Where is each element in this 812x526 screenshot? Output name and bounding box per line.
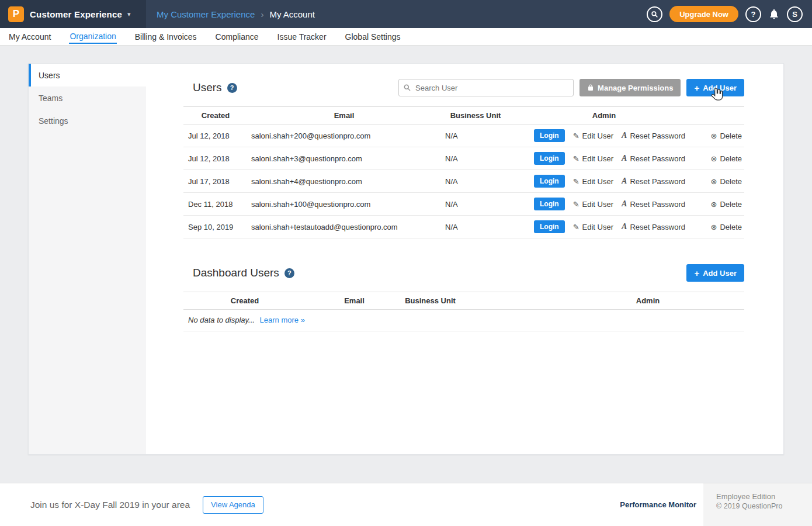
edit-icon: ✎ <box>573 223 579 231</box>
topbar-actions: Upgrade Now ? S <box>647 6 812 22</box>
delete-icon: ⊗ <box>711 132 717 140</box>
sidebar-item-teams[interactable]: Teams <box>29 86 146 109</box>
email-cell: saloni.shah+100@questionpro.com <box>248 200 440 209</box>
edit-user-link[interactable]: ✎Edit User <box>573 177 613 186</box>
tab-billing-invoices[interactable]: Billing & Invoices <box>134 30 197 43</box>
add-user-button[interactable]: + Add User <box>686 79 744 96</box>
sidebar-item-users[interactable]: Users <box>29 64 146 86</box>
users-title: Users <box>193 81 222 94</box>
no-data-text: No data to display... <box>188 316 255 324</box>
manage-permissions-button[interactable]: Manage Permissions <box>579 79 681 96</box>
edit-user-link[interactable]: ✎Edit User <box>573 154 613 163</box>
admin-cell: Login✎Edit UserAReset Password <box>511 129 698 142</box>
users-panel: Users ? Manage Permissions + Add User <box>146 64 783 454</box>
notifications-bell-icon[interactable] <box>768 8 780 20</box>
search-user-input[interactable] <box>398 79 574 96</box>
breadcrumb-parent-link[interactable]: My Customer Experience <box>157 9 255 19</box>
reset-password-icon: A <box>622 199 627 209</box>
tab-my-account[interactable]: My Account <box>8 30 51 43</box>
edit-user-link[interactable]: ✎Edit User <box>573 200 613 209</box>
delete-icon: ⊗ <box>711 223 717 231</box>
delete-cell: ⊗Delete <box>698 154 744 163</box>
reset-password-icon: A <box>622 177 627 186</box>
table-row: Jul 17, 2018saloni.shah+4@questionpro.co… <box>183 170 744 193</box>
edit-user-link[interactable]: ✎Edit User <box>573 223 613 231</box>
performance-monitor-link[interactable]: Performance Monitor <box>620 500 696 509</box>
col-created: Created <box>183 111 248 120</box>
delete-link[interactable]: ⊗Delete <box>711 177 742 186</box>
business-unit-cell: N/A <box>440 132 511 140</box>
upgrade-now-button[interactable]: Upgrade Now <box>669 6 738 22</box>
table-row: Dec 11, 2018saloni.shah+100@questionpro.… <box>183 193 744 216</box>
col-email: Email <box>248 111 440 120</box>
reset-password-icon: A <box>622 154 627 163</box>
users-help-icon[interactable]: ? <box>227 83 237 93</box>
created-cell: Dec 11, 2018 <box>183 200 248 209</box>
reset-password-link[interactable]: AReset Password <box>622 199 685 209</box>
topbar: P Customer Experience ▾ My Customer Expe… <box>0 0 812 28</box>
user-search <box>398 79 574 96</box>
email-cell: saloni.shah+4@questionpro.com <box>248 177 440 186</box>
login-button[interactable]: Login <box>534 175 565 188</box>
footer-promo: Join us for X-Day Fall 2019 in your area… <box>0 496 263 514</box>
dashboard-users-toolbar: + Add User <box>686 264 744 282</box>
edit-user-link[interactable]: ✎Edit User <box>573 132 613 140</box>
login-button[interactable]: Login <box>534 129 565 142</box>
reset-password-icon: A <box>622 131 627 140</box>
promo-text: Join us for X-Day Fall 2019 in your area <box>30 500 190 510</box>
col-business-unit: Business Unit <box>402 296 458 305</box>
users-toolbar: Manage Permissions + Add User <box>398 79 744 96</box>
table-row: Sep 10, 2019saloni.shah+testautoadd@ques… <box>183 216 744 238</box>
delete-link[interactable]: ⊗Delete <box>711 154 742 163</box>
login-button[interactable]: Login <box>534 220 565 233</box>
avatar[interactable]: S <box>787 6 803 22</box>
dashboard-users-title: Dashboard Users <box>193 267 279 279</box>
tab-issue-tracker[interactable]: Issue Tracker <box>277 30 327 43</box>
col-created: Created <box>183 296 306 305</box>
magnifier-glyph <box>651 11 658 18</box>
business-unit-cell: N/A <box>440 223 511 231</box>
sidebar-item-settings[interactable]: Settings <box>29 109 146 132</box>
edit-icon: ✎ <box>573 132 579 140</box>
dashboard-add-user-label: Add User <box>703 269 737 278</box>
created-cell: Jul 17, 2018 <box>183 177 248 186</box>
business-unit-cell: N/A <box>440 200 511 209</box>
help-icon[interactable]: ? <box>745 6 761 22</box>
login-button[interactable]: Login <box>534 152 565 165</box>
organization-card: Users Teams Settings Users ? Manage Perm… <box>28 63 784 455</box>
breadcrumb: My Customer Experience › My Account <box>157 9 315 19</box>
copyright: © 2019 QuestionPro <box>716 502 812 510</box>
footer-links: Performance Monitor Employee Edition © 2… <box>620 483 812 526</box>
reset-password-link[interactable]: AReset Password <box>622 154 685 163</box>
delete-cell: ⊗Delete <box>698 177 744 186</box>
email-cell: saloni.shah+3@questionpro.com <box>248 154 440 163</box>
reset-password-link[interactable]: AReset Password <box>622 222 685 231</box>
tab-compliance[interactable]: Compliance <box>215 30 259 43</box>
login-button[interactable]: Login <box>534 198 565 210</box>
edition-label: Employee Edition <box>716 492 812 501</box>
learn-more-link[interactable]: Learn more » <box>260 316 305 324</box>
search-input-icon <box>403 84 411 92</box>
page-background: Users Teams Settings Users ? Manage Perm… <box>0 46 812 483</box>
breadcrumb-current: My Account <box>269 9 315 19</box>
delete-link[interactable]: ⊗Delete <box>711 200 742 209</box>
reset-password-link[interactable]: AReset Password <box>622 131 685 140</box>
dashboard-add-user-button[interactable]: + Add User <box>686 264 744 282</box>
edit-icon: ✎ <box>573 200 579 209</box>
dashboard-users-table-header: Created Email Business Unit Admin <box>183 292 744 310</box>
created-cell: Jul 12, 2018 <box>183 132 248 140</box>
delete-icon: ⊗ <box>711 154 717 163</box>
view-agenda-button[interactable]: View Agenda <box>203 496 263 514</box>
edit-icon: ✎ <box>573 177 579 186</box>
tab-organization[interactable]: Organization <box>69 29 116 44</box>
delete-cell: ⊗Delete <box>698 200 744 209</box>
dashboard-users-help-icon[interactable]: ? <box>284 268 294 278</box>
product-switcher[interactable]: P Customer Experience ▾ <box>0 0 146 28</box>
delete-link[interactable]: ⊗Delete <box>711 132 742 140</box>
delete-link[interactable]: ⊗Delete <box>711 223 742 231</box>
reset-password-link[interactable]: AReset Password <box>622 177 685 186</box>
manage-permissions-label: Manage Permissions <box>598 84 673 92</box>
search-icon[interactable] <box>647 6 662 22</box>
tab-global-settings[interactable]: Global Settings <box>345 30 401 43</box>
admin-cell: Login✎Edit UserAReset Password <box>511 198 698 210</box>
